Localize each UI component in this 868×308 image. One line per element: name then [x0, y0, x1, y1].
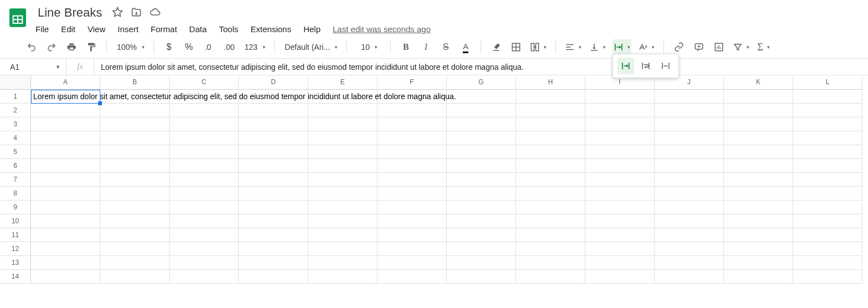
decrease-decimal-icon[interactable]: .0 — [202, 39, 216, 55]
cell[interactable] — [308, 131, 377, 145]
cell[interactable] — [377, 256, 447, 270]
cell[interactable] — [655, 159, 724, 173]
cell[interactable] — [377, 214, 447, 228]
percent-icon[interactable]: % — [182, 39, 196, 55]
cell[interactable] — [100, 214, 170, 228]
cell[interactable] — [31, 104, 100, 117]
doc-title[interactable]: Line Breaks — [35, 4, 104, 21]
cell[interactable] — [447, 187, 516, 201]
spreadsheet-grid[interactable]: 1 2 3 4 5 6 7 8 9 10 11 12 13 14 A B C D… — [0, 75, 868, 284]
cell[interactable] — [239, 242, 308, 256]
cell[interactable] — [308, 256, 377, 270]
cell[interactable] — [308, 104, 377, 117]
cell[interactable] — [793, 90, 862, 104]
col-header[interactable]: A — [31, 75, 100, 90]
cell[interactable] — [724, 187, 793, 201]
menu-view[interactable]: View — [88, 24, 105, 34]
cell[interactable] — [655, 131, 724, 145]
cell[interactable] — [308, 201, 377, 214]
cell[interactable] — [100, 256, 170, 270]
cell[interactable] — [655, 214, 724, 228]
col-header[interactable]: G — [447, 75, 516, 90]
cell[interactable] — [170, 104, 239, 117]
cell[interactable] — [447, 242, 516, 256]
cell[interactable] — [793, 187, 862, 201]
cell[interactable] — [585, 117, 655, 131]
cell[interactable] — [377, 228, 447, 242]
cell[interactable] — [377, 173, 447, 187]
cell[interactable] — [793, 159, 862, 173]
redo-icon[interactable] — [44, 39, 59, 55]
cell[interactable] — [447, 90, 516, 104]
col-header[interactable]: C — [170, 75, 239, 90]
cell[interactable] — [100, 131, 170, 145]
filter-icon[interactable] — [732, 39, 750, 55]
cell[interactable] — [516, 104, 585, 117]
undo-icon[interactable] — [24, 39, 39, 55]
cell[interactable] — [655, 242, 724, 256]
col-header[interactable]: H — [516, 75, 585, 90]
cell[interactable] — [447, 104, 516, 117]
menu-tools[interactable]: Tools — [219, 24, 238, 34]
cell[interactable] — [724, 131, 793, 145]
cell[interactable] — [170, 145, 239, 159]
cell[interactable] — [170, 214, 239, 228]
row-header[interactable]: 11 — [0, 228, 31, 242]
col-header[interactable]: F — [377, 75, 447, 90]
cell[interactable] — [447, 173, 516, 187]
cell[interactable] — [516, 214, 585, 228]
col-header[interactable]: B — [100, 75, 170, 90]
text-wrap-dropdown[interactable] — [612, 39, 631, 55]
cell[interactable] — [239, 104, 308, 117]
functions-icon[interactable]: Σ — [756, 39, 770, 55]
cell[interactable] — [377, 201, 447, 214]
row-header[interactable]: 3 — [0, 117, 31, 131]
move-icon[interactable] — [131, 7, 142, 19]
cell[interactable] — [170, 242, 239, 256]
cell[interactable] — [170, 201, 239, 214]
fill-color-icon[interactable] — [489, 39, 503, 55]
cell[interactable] — [793, 214, 862, 228]
cell[interactable] — [655, 173, 724, 187]
star-icon[interactable] — [112, 7, 123, 19]
cell[interactable] — [308, 173, 377, 187]
cell[interactable] — [447, 214, 516, 228]
cell[interactable] — [724, 159, 793, 173]
cell[interactable] — [239, 187, 308, 201]
cell[interactable] — [100, 159, 170, 173]
cell[interactable] — [170, 228, 239, 242]
menu-edit[interactable]: Edit — [61, 24, 75, 34]
row-header[interactable]: 12 — [0, 242, 31, 256]
cell[interactable] — [170, 90, 239, 104]
row-header[interactable]: 8 — [0, 187, 31, 201]
bold-icon[interactable]: B — [399, 39, 413, 55]
cell[interactable] — [516, 117, 585, 131]
cell[interactable] — [100, 187, 170, 201]
cell[interactable] — [377, 187, 447, 201]
cell[interactable] — [31, 173, 100, 187]
cell[interactable] — [585, 242, 655, 256]
cell[interactable] — [447, 159, 516, 173]
cell[interactable] — [239, 228, 308, 242]
row-header[interactable]: 2 — [0, 104, 31, 117]
paint-format-icon[interactable] — [84, 39, 99, 55]
cell[interactable] — [100, 90, 170, 104]
cell[interactable] — [170, 187, 239, 201]
cell[interactable] — [655, 145, 724, 159]
col-header[interactable]: D — [239, 75, 308, 90]
cell[interactable] — [447, 131, 516, 145]
text-rotation-icon[interactable] — [637, 39, 656, 55]
cell[interactable] — [239, 159, 308, 173]
cell[interactable] — [377, 90, 447, 104]
cell[interactable] — [100, 228, 170, 242]
cell[interactable] — [239, 131, 308, 145]
cell[interactable] — [447, 201, 516, 214]
wrap-clip-icon[interactable] — [657, 58, 674, 74]
row-header[interactable]: 4 — [0, 131, 31, 145]
col-header[interactable]: K — [724, 75, 793, 90]
cell[interactable] — [447, 145, 516, 159]
horizontal-align-icon[interactable] — [564, 39, 583, 55]
vertical-align-icon[interactable] — [588, 39, 607, 55]
cell[interactable] — [308, 145, 377, 159]
cell[interactable] — [516, 270, 585, 284]
